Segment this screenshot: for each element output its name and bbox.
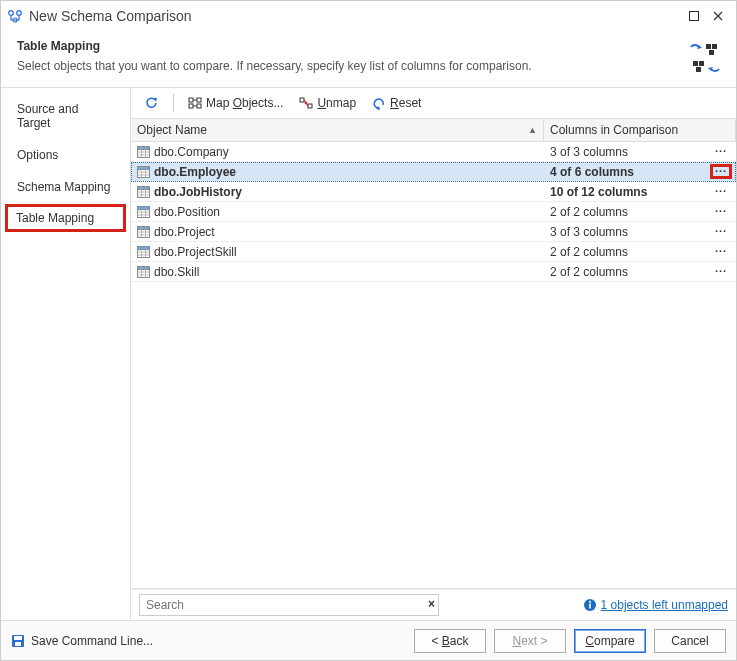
table-row[interactable]: dbo.ProjectSkill2 of 2 columns··· [131, 242, 736, 262]
svg-rect-39 [15, 642, 21, 646]
footer: Save Command Line... < Back Next > Compa… [1, 620, 736, 660]
object-name-text: dbo.Employee [154, 165, 236, 179]
wizard-header: Table Mapping Select objects that you wa… [1, 31, 736, 88]
map-objects-button[interactable]: Map Objects... [182, 93, 289, 113]
cell-columns-in-comparison: 10 of 12 columns··· [544, 185, 736, 199]
save-command-line-button[interactable]: Save Command Line... [11, 634, 153, 648]
svg-rect-17 [300, 98, 304, 102]
cell-object-name: dbo.ProjectSkill [131, 245, 544, 259]
svg-rect-33 [138, 266, 150, 269]
objects-unmapped-link[interactable]: 1 objects left unmapped [583, 598, 728, 612]
cancel-button[interactable]: Cancel [654, 629, 726, 653]
columns-count-text: 2 of 2 columns [550, 245, 628, 259]
row-ellipsis-button[interactable]: ··· [712, 166, 730, 177]
column-header-columns-in-comparison[interactable]: Columns in Comparison [544, 119, 736, 141]
maximize-button[interactable] [682, 6, 706, 26]
svg-rect-10 [696, 67, 701, 72]
column-header-object-name[interactable]: Object Name ▲ [131, 119, 544, 141]
content-pane: Map Objects... Unmap Reset [131, 88, 736, 620]
back-button[interactable]: < Back [414, 629, 486, 653]
object-name-text: dbo.ProjectSkill [154, 245, 237, 259]
unmap-icon [299, 96, 313, 110]
table-icon [137, 206, 150, 218]
page-description: Select objects that you want to compare.… [17, 59, 720, 73]
cell-columns-in-comparison: 3 of 3 columns··· [544, 145, 736, 159]
save-icon [11, 634, 25, 648]
cell-columns-in-comparison: 2 of 2 columns··· [544, 205, 736, 219]
table-icon [137, 166, 150, 178]
svg-rect-6 [712, 44, 717, 49]
nav-item-options[interactable]: Options [5, 140, 126, 170]
nav-item-table-mapping[interactable]: Table Mapping [5, 204, 126, 232]
table-row[interactable]: dbo.Company3 of 3 columns··· [131, 142, 736, 162]
next-button[interactable]: Next > [494, 629, 566, 653]
object-name-text: dbo.Project [154, 225, 215, 239]
svg-rect-27 [138, 206, 150, 209]
cell-columns-in-comparison: 4 of 6 columns··· [544, 165, 736, 179]
svg-rect-7 [709, 50, 714, 55]
toolbar: Map Objects... Unmap Reset [131, 88, 736, 118]
svg-rect-23 [138, 166, 150, 169]
window-title: New Schema Comparison [29, 8, 192, 24]
cell-object-name: dbo.Company [131, 145, 544, 159]
cell-object-name: dbo.Skill [131, 265, 544, 279]
search-status-bar: × 1 objects left unmapped [131, 589, 736, 620]
nav-item-source-and-target[interactable]: Source and Target [5, 94, 126, 138]
svg-rect-31 [138, 246, 150, 249]
cell-columns-in-comparison: 3 of 3 columns··· [544, 225, 736, 239]
svg-point-0 [9, 11, 14, 16]
refresh-button[interactable] [139, 93, 165, 113]
row-ellipsis-button[interactable]: ··· [712, 186, 730, 197]
app-icon [7, 8, 23, 24]
svg-rect-35 [589, 604, 591, 609]
map-objects-icon [188, 96, 202, 110]
close-button[interactable] [706, 6, 730, 26]
row-ellipsis-button[interactable]: ··· [712, 206, 730, 217]
cell-object-name: dbo.Position [131, 205, 544, 219]
clear-search-icon[interactable]: × [428, 597, 435, 611]
cell-object-name: dbo.JobHistory [131, 185, 544, 199]
svg-marker-12 [153, 98, 157, 102]
nav-item-schema-mapping[interactable]: Schema Mapping [5, 172, 126, 202]
object-name-text: dbo.Position [154, 205, 220, 219]
cell-object-name: dbo.Project [131, 225, 544, 239]
grid-header: Object Name ▲ Columns in Comparison [131, 118, 736, 142]
table-row[interactable]: dbo.Employee4 of 6 columns··· [131, 162, 736, 182]
columns-count-text: 2 of 2 columns [550, 265, 628, 279]
svg-rect-38 [14, 636, 22, 640]
search-input[interactable] [139, 594, 439, 616]
object-name-text: dbo.Skill [154, 265, 199, 279]
search-box: × [139, 594, 439, 616]
info-icon [583, 598, 597, 612]
table-icon [137, 266, 150, 278]
svg-rect-14 [197, 98, 201, 102]
sort-asc-icon: ▲ [528, 125, 537, 135]
table-row[interactable]: dbo.Project3 of 3 columns··· [131, 222, 736, 242]
columns-count-text: 4 of 6 columns [550, 165, 634, 179]
object-name-text: dbo.Company [154, 145, 229, 159]
table-icon [137, 186, 150, 198]
cell-columns-in-comparison: 2 of 2 columns··· [544, 245, 736, 259]
columns-count-text: 3 of 3 columns [550, 145, 628, 159]
table-row[interactable]: dbo.Skill2 of 2 columns··· [131, 262, 736, 282]
columns-count-text: 3 of 3 columns [550, 225, 628, 239]
compare-button[interactable]: Compare [574, 629, 646, 653]
table-row[interactable]: dbo.JobHistory10 of 12 columns··· [131, 182, 736, 202]
columns-count-text: 2 of 2 columns [550, 205, 628, 219]
row-ellipsis-button[interactable]: ··· [712, 226, 730, 237]
table-icon [137, 146, 150, 158]
row-ellipsis-button[interactable]: ··· [712, 246, 730, 257]
svg-point-1 [17, 11, 22, 16]
row-ellipsis-button[interactable]: ··· [712, 146, 730, 157]
row-ellipsis-button[interactable]: ··· [712, 266, 730, 277]
svg-rect-15 [189, 104, 193, 108]
grid-body[interactable]: dbo.Company3 of 3 columns···dbo.Employee… [131, 142, 736, 589]
reset-button[interactable]: Reset [366, 93, 427, 113]
table-icon [137, 246, 150, 258]
page-title: Table Mapping [17, 39, 720, 53]
table-row[interactable]: dbo.Position2 of 2 columns··· [131, 202, 736, 222]
svg-rect-18 [308, 104, 312, 108]
svg-point-36 [589, 601, 591, 603]
table-icon [137, 226, 150, 238]
unmap-button[interactable]: Unmap [293, 93, 362, 113]
